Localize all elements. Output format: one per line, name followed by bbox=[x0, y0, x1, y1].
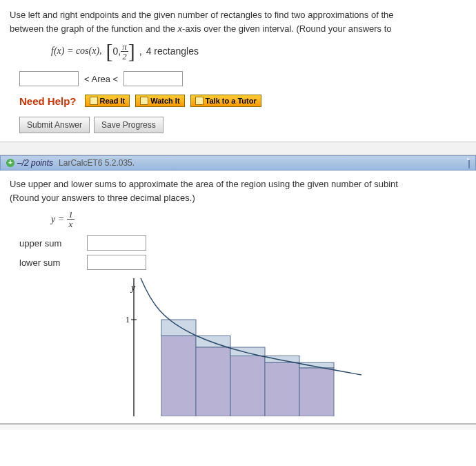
q1-prompt-line2a: between the graph of the function and th… bbox=[10, 23, 178, 34]
lower-sum-label: lower sum bbox=[19, 258, 75, 268]
fx-lhs: f(x) = cos(x), bbox=[51, 46, 102, 57]
svg-rect-11 bbox=[299, 368, 334, 416]
q2-header-bar: + –/2 points LarCalcET6 5.2.035. bbox=[0, 155, 476, 171]
svg-rect-9 bbox=[265, 362, 299, 416]
read-it-label: Read It bbox=[100, 97, 126, 105]
q1-equation: f(x) = cos(x), [ 0, π 2 ] , 4 rectangles bbox=[51, 41, 466, 61]
q2-ref: LarCalcET6 5.2.035. bbox=[59, 158, 135, 168]
q2-prompt-line1: Use upper and lower sums to approximate … bbox=[10, 179, 398, 189]
svg-rect-3 bbox=[161, 336, 196, 416]
q1-answer-row: < Area < bbox=[19, 71, 466, 86]
bars bbox=[161, 320, 334, 416]
frac-num: π bbox=[121, 42, 128, 52]
watch-it-button[interactable]: Watch It bbox=[135, 95, 184, 107]
watch-icon bbox=[140, 97, 148, 105]
q1-prompt-line1: Use left and right endpoints and the giv… bbox=[10, 10, 393, 20]
right-endpoint-input[interactable] bbox=[123, 71, 183, 86]
upper-sum-input[interactable] bbox=[87, 235, 146, 251]
need-help-label: Need Help? bbox=[19, 95, 77, 107]
interval-zero: 0, bbox=[113, 46, 121, 57]
right-bracket-icon: ] bbox=[128, 41, 135, 61]
save-progress-button[interactable]: Save Progress bbox=[94, 117, 163, 133]
watch-it-label: Watch It bbox=[150, 97, 179, 105]
tick-1: 1 bbox=[126, 315, 130, 324]
svg-rect-5 bbox=[196, 347, 230, 416]
read-it-button[interactable]: Read It bbox=[85, 95, 130, 107]
one-over-x: 1 x bbox=[67, 210, 75, 229]
left-endpoint-input[interactable] bbox=[19, 71, 79, 86]
submit-row: Submit Answer Save Progress bbox=[19, 117, 466, 133]
q2-prompt: Use upper and lower sums to approximate … bbox=[10, 177, 466, 204]
interval-bracket: [ 0, π 2 ] bbox=[106, 41, 135, 61]
question-divider bbox=[0, 142, 476, 155]
q2-equation: y = 1 x bbox=[51, 210, 466, 229]
submit-answer-button[interactable]: Submit Answer bbox=[19, 117, 90, 133]
svg-rect-6 bbox=[230, 347, 265, 356]
upper-sum-label: upper sum bbox=[19, 238, 75, 249]
riemann-chart: 1 y bbox=[113, 278, 361, 416]
area-label: < Area < bbox=[84, 74, 118, 84]
lower-sum-row: lower sum bbox=[19, 255, 466, 270]
q2-prompt-line2: (Round your answers to three decimal pla… bbox=[10, 193, 195, 203]
q2-points: –/2 points bbox=[17, 158, 53, 168]
frac2-num: 1 bbox=[67, 210, 75, 220]
svg-rect-7 bbox=[230, 356, 265, 417]
lower-sum-input[interactable] bbox=[87, 255, 146, 270]
frac-den: 2 bbox=[121, 52, 128, 61]
read-icon bbox=[90, 97, 98, 105]
svg-rect-8 bbox=[265, 356, 299, 363]
tutor-icon bbox=[195, 97, 204, 105]
q1-prompt: Use left and right endpoints and the giv… bbox=[10, 8, 466, 35]
rect-count: 4 rectangles bbox=[146, 46, 199, 57]
y-axis-label: y bbox=[130, 282, 136, 293]
talk-tutor-button[interactable]: Talk to a Tutor bbox=[190, 95, 261, 107]
notes-icon[interactable] bbox=[468, 157, 470, 168]
pi-over-2: π 2 bbox=[121, 42, 128, 61]
page-footer-divider bbox=[0, 423, 476, 430]
q1-prompt-line2b: -axis over the given interval. (Round yo… bbox=[182, 23, 391, 34]
left-bracket-icon: [ bbox=[106, 41, 113, 61]
upper-sum-row: upper sum bbox=[19, 235, 466, 251]
talk-tutor-label: Talk to a Tutor bbox=[206, 97, 257, 105]
expand-icon[interactable]: + bbox=[6, 159, 14, 167]
help-row: Need Help? Read It Watch It Talk to a Tu… bbox=[19, 95, 466, 107]
frac2-den: x bbox=[68, 220, 75, 229]
eq2-lhs: y = bbox=[51, 214, 64, 225]
